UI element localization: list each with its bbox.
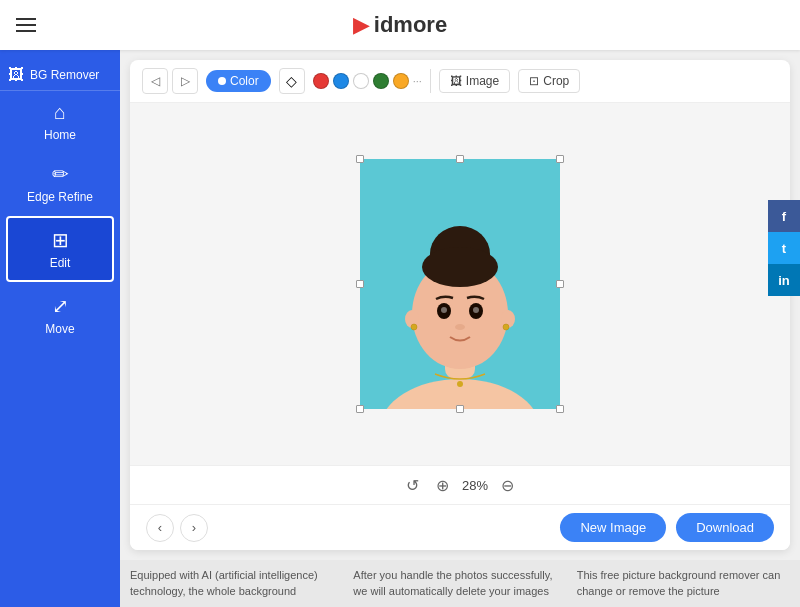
prev-button[interactable]: ‹	[146, 514, 174, 542]
zoom-controls: ↺ ⊕ 28% ⊖	[402, 474, 518, 496]
left-sidebar: 🖼 BG Remover ⌂ Home ✏ Edge Refine ⊞ Edit…	[0, 50, 120, 607]
sidebar-header-label: BG Remover	[30, 68, 99, 82]
handle-top-right[interactable]	[556, 155, 564, 163]
bottom-controls: ↺ ⊕ 28% ⊖	[130, 465, 790, 504]
zoom-level: 28%	[462, 478, 488, 493]
undo-button[interactable]: ◁	[142, 68, 168, 94]
image-button[interactable]: 🖼 Image	[439, 69, 510, 93]
logo-text: idmore	[374, 12, 447, 38]
footer-arrows: ‹ ›	[146, 514, 208, 542]
handle-top-mid[interactable]	[456, 155, 464, 163]
edge-refine-icon: ✏	[52, 162, 69, 186]
redo-button[interactable]: ▷	[172, 68, 198, 94]
sidebar-item-home-label: Home	[44, 128, 76, 142]
edit-icon: ⊞	[52, 228, 69, 252]
sidebar-item-home[interactable]: ⌂ Home	[0, 91, 120, 152]
logo-icon: ▶	[353, 12, 370, 38]
bg-remover-icon: 🖼	[8, 66, 24, 84]
crop-button[interactable]: ⊡ Crop	[518, 69, 580, 93]
zoom-out-button[interactable]: ⊖	[496, 474, 518, 496]
zoom-in-button[interactable]: ⊕	[432, 474, 454, 496]
sidebar-item-move[interactable]: ⤢ Move	[0, 284, 120, 346]
main-content: 🖼 BG Remover ⌂ Home ✏ Edge Refine ⊞ Edit…	[0, 50, 800, 607]
crop-label: Crop	[543, 74, 569, 88]
facebook-button[interactable]: f	[768, 200, 800, 232]
sidebar-item-move-label: Move	[45, 322, 74, 336]
swatch-more[interactable]: ···	[413, 75, 422, 87]
color-label: Color	[230, 74, 259, 88]
image-container	[360, 159, 560, 409]
home-icon: ⌂	[54, 101, 66, 124]
swatch-green[interactable]	[373, 73, 389, 89]
svg-point-10	[455, 324, 465, 330]
footer-nav: ‹ › New Image Download	[130, 504, 790, 550]
bottom-text-3: This free picture background remover can…	[577, 568, 790, 599]
svg-point-14	[503, 324, 509, 330]
color-button[interactable]: Color	[206, 70, 271, 92]
sidebar-item-edit-label: Edit	[50, 256, 71, 270]
swatch-yellow[interactable]	[393, 73, 409, 89]
swatch-white[interactable]	[353, 73, 369, 89]
sidebar-item-edge-refine[interactable]: ✏ Edge Refine	[0, 152, 120, 214]
bottom-text-1: Equipped with AI (artificial intelligenc…	[130, 568, 343, 599]
handle-bottom-mid[interactable]	[456, 405, 464, 413]
linkedin-button[interactable]: in	[768, 264, 800, 296]
hamburger-menu[interactable]	[16, 18, 36, 32]
toolbar: ◁ ▷ Color ◇ ··· 🖼	[130, 60, 790, 103]
top-nav: ▶ idmore	[0, 0, 800, 50]
svg-point-13	[411, 324, 417, 330]
svg-point-15	[457, 381, 463, 387]
toolbar-divider	[430, 69, 431, 93]
editor-card: ◁ ▷ Color ◇ ··· 🖼	[130, 60, 790, 550]
color-dot	[218, 77, 226, 85]
sidebar-item-edge-refine-label: Edge Refine	[27, 190, 93, 204]
swatch-blue[interactable]	[333, 73, 349, 89]
handle-top-left[interactable]	[356, 155, 364, 163]
color-swatches: ···	[313, 73, 422, 89]
footer-actions: New Image Download	[560, 513, 774, 542]
swatch-red[interactable]	[313, 73, 329, 89]
handle-mid-right[interactable]	[556, 280, 564, 288]
move-icon: ⤢	[52, 294, 69, 318]
bottom-text-2: After you handle the photos successfully…	[353, 568, 566, 599]
svg-point-8	[441, 307, 447, 313]
social-sidebar: f t in	[768, 200, 800, 296]
sidebar-header: 🖼 BG Remover	[0, 60, 120, 91]
eraser-button[interactable]: ◇	[279, 68, 305, 94]
svg-point-9	[473, 307, 479, 313]
toolbar-nav: ◁ ▷	[142, 68, 198, 94]
svg-point-5	[422, 247, 498, 287]
image-icon: 🖼	[450, 74, 462, 88]
twitter-button[interactable]: t	[768, 232, 800, 264]
bottom-text-area: Equipped with AI (artificial intelligenc…	[120, 560, 800, 607]
portrait-image	[360, 159, 560, 409]
sidebar-item-edit[interactable]: ⊞ Edit	[6, 216, 114, 282]
new-image-button[interactable]: New Image	[560, 513, 666, 542]
canvas-area[interactable]	[130, 103, 790, 465]
rotate-button[interactable]: ↺	[402, 474, 424, 496]
logo: ▶ idmore	[353, 12, 447, 38]
crop-icon: ⊡	[529, 74, 539, 88]
handle-bottom-left[interactable]	[356, 405, 364, 413]
image-label: Image	[466, 74, 499, 88]
right-panel: ◁ ▷ Color ◇ ··· 🖼	[120, 50, 800, 607]
download-button[interactable]: Download	[676, 513, 774, 542]
next-button[interactable]: ›	[180, 514, 208, 542]
handle-mid-left[interactable]	[356, 280, 364, 288]
handle-bottom-right[interactable]	[556, 405, 564, 413]
